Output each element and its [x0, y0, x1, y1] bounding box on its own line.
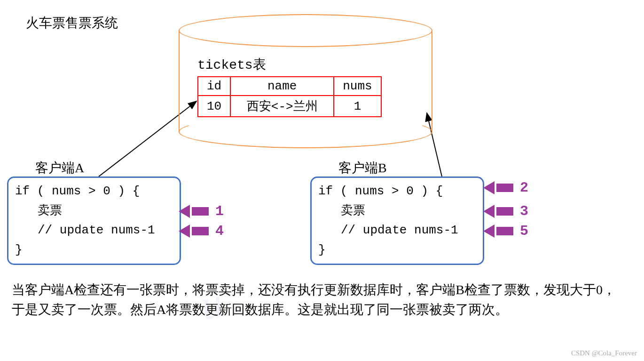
step-number-2: 2	[520, 180, 528, 196]
client-b-line3: // update nums-1	[318, 221, 476, 241]
col-nums: nums	[334, 77, 381, 96]
watermark-text: CSDN @Cola_Forever	[571, 349, 637, 357]
step-arrow-3: 3	[483, 203, 528, 219]
client-b-box: if ( nums > 0 ) { 卖票 // update nums-1 }	[310, 176, 484, 265]
explanation-text: 当客户端A检查还有一张票时，将票卖掉，还没有执行更新数据库时，客户端B检查了票数…	[12, 280, 623, 320]
client-a-box: if ( nums > 0 ) { 卖票 // update nums-1 }	[7, 176, 181, 265]
step-number-5: 5	[520, 223, 528, 239]
cell-name: 西安<->兰州	[230, 96, 334, 117]
col-name: name	[230, 77, 334, 96]
table-data-row: 10 西安<->兰州 1	[198, 96, 381, 117]
step-arrow-2: 2	[483, 180, 528, 196]
client-a-line3: // update nums-1	[15, 221, 173, 241]
step-number-3: 3	[520, 203, 528, 219]
client-b-line1: if ( nums > 0 ) {	[318, 182, 476, 201]
col-id: id	[198, 77, 230, 96]
client-a-line1: if ( nums > 0 ) {	[15, 182, 173, 201]
step-number-4: 4	[215, 223, 224, 239]
client-b-line2: 卖票	[318, 201, 476, 221]
client-a-label: 客户端A	[35, 159, 84, 177]
step-arrow-1: 1	[179, 203, 224, 219]
cell-id: 10	[198, 96, 230, 117]
client-a-line4: }	[15, 241, 173, 260]
table-caption: tickets表	[197, 56, 266, 73]
step-arrow-4: 4	[179, 223, 224, 239]
table-header-row: id name nums	[198, 77, 381, 96]
tickets-table: id name nums 10 西安<->兰州 1	[197, 76, 382, 117]
client-b-line4: }	[318, 241, 476, 260]
step-arrow-5: 5	[483, 223, 528, 239]
cell-nums: 1	[334, 96, 381, 117]
step-number-1: 1	[215, 203, 224, 219]
client-b-label: 客户端B	[338, 159, 387, 177]
client-a-line2: 卖票	[15, 201, 173, 221]
diagram-title: 火车票售票系统	[26, 14, 118, 32]
